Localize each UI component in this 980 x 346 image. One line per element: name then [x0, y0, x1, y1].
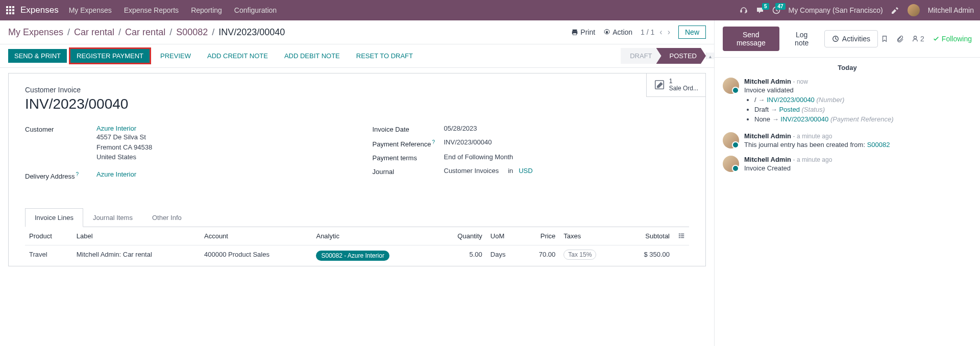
nav-right: 5 47 My Company (San Francisco) Mitchell… [740, 4, 974, 16]
tab-invoice-lines[interactable]: Invoice Lines [25, 208, 83, 227]
tools-icon[interactable] [891, 6, 899, 14]
customer-link[interactable]: Azure Interior [96, 125, 136, 132]
followers-count[interactable]: 2 [912, 35, 924, 43]
journal-label: Journal [373, 167, 444, 176]
status-posted[interactable]: POSTED [656, 48, 706, 64]
user-avatar[interactable] [908, 4, 920, 16]
breadcrumb-item[interactable]: Car rental [125, 27, 165, 38]
message-time: - a minute ago [793, 133, 832, 140]
col-account[interactable]: Account [200, 227, 312, 245]
add-credit-note-button[interactable]: ADD CREDIT NOTE [200, 49, 275, 63]
cell-subtotal: $ 350.00 [622, 245, 674, 266]
pager-prev-icon[interactable]: ‹ [659, 28, 662, 37]
activities-badge: 47 [775, 3, 785, 10]
message-time: - now [793, 78, 808, 85]
cell-uom: Days [486, 245, 522, 266]
status-draft[interactable]: DRAFT [621, 48, 661, 64]
messages-icon[interactable]: 5 [756, 6, 764, 14]
avatar[interactable] [723, 78, 739, 94]
form-tabs: Invoice Lines Journal Items Other Info [25, 208, 689, 227]
invoice-date-label: Invoice Date [373, 125, 444, 133]
svg-rect-10 [679, 235, 681, 236]
form-sheet: 1 Sale Ord... Customer Invoice INV/2023/… [8, 73, 706, 266]
col-label[interactable]: Label [72, 227, 200, 245]
print-button[interactable]: Print [571, 28, 595, 36]
message-text: Invoice validated [744, 86, 972, 94]
nav-expense-reports[interactable]: Expense Reports [124, 6, 179, 14]
preview-button[interactable]: PREVIEW [153, 49, 198, 63]
currency-link[interactable]: USD [519, 167, 532, 175]
activities-icon[interactable]: 47 [772, 6, 780, 14]
action-button[interactable]: Action [603, 28, 632, 36]
scrollbar-up-icon[interactable]: ▴ [706, 53, 714, 59]
customer-label: Customer [25, 125, 96, 133]
col-analytic[interactable]: Analytic [312, 227, 436, 245]
message-author[interactable]: Mitchell Admin [744, 78, 791, 85]
chatter-header: Send message Log note Activities 2 [715, 20, 980, 58]
journal-value: Customer Invoices [444, 167, 499, 175]
cell-account: 400000 Product Sales [200, 245, 312, 266]
add-debit-note-button[interactable]: ADD DEBIT NOTE [277, 49, 347, 63]
change-item: Draft → Posted (Status) [754, 106, 972, 113]
tax-tag[interactable]: Tax 15% [564, 250, 596, 260]
stat-label: Sale Ord... [669, 85, 698, 92]
delivery-address-label: Delivery Address? [25, 170, 96, 180]
col-taxes[interactable]: Taxes [559, 227, 622, 245]
breadcrumb-item[interactable]: Car rental [74, 27, 114, 38]
svg-rect-11 [681, 235, 684, 236]
addr-line: Fremont CA 94538 [96, 143, 152, 151]
tab-other-info[interactable]: Other Info [142, 208, 191, 227]
svg-point-15 [914, 36, 916, 39]
svg-rect-12 [679, 237, 681, 238]
stat-count: 1 [669, 78, 673, 85]
sale-order-stat-button[interactable]: 1 Sale Ord... [646, 73, 705, 97]
app-brand[interactable]: Expenses [20, 5, 59, 15]
payment-ref-label: Payment Reference? [373, 138, 444, 148]
messages-badge: 5 [762, 3, 769, 10]
table-options-icon[interactable] [678, 232, 685, 239]
bookmark-icon[interactable] [881, 35, 888, 42]
table-row[interactable]: Travel Mitchell Admin: Car rental 400000… [25, 245, 689, 266]
apps-icon[interactable] [6, 6, 14, 14]
col-product[interactable]: Product [25, 227, 72, 245]
tab-journal-items[interactable]: Journal Items [83, 208, 142, 227]
reset-to-draft-button[interactable]: RESET TO DRAFT [349, 49, 420, 63]
breadcrumb-item[interactable]: S00082 [176, 27, 208, 38]
svg-rect-3 [573, 30, 577, 32]
col-price[interactable]: Price [522, 227, 559, 245]
avatar[interactable] [723, 132, 739, 149]
log-note-button[interactable]: Log note [782, 27, 821, 51]
message-author[interactable]: Mitchell Admin [744, 156, 791, 163]
nav-my-expenses[interactable]: My Expenses [69, 6, 112, 14]
company-selector[interactable]: My Company (San Francisco) [789, 6, 883, 14]
col-uom[interactable]: UoM [486, 227, 522, 245]
send-message-button[interactable]: Send message [723, 27, 779, 51]
breadcrumb-item[interactable]: My Expenses [8, 27, 63, 38]
breadcrumb: My Expenses/ Car rental/ Car rental/ S00… [8, 27, 285, 38]
activities-button[interactable]: Activities [824, 30, 878, 47]
message-text: Invoice Created [744, 164, 972, 172]
nav-menu: My Expenses Expense Reports Reporting Co… [69, 6, 277, 14]
breadcrumb-current: INV/2023/00040 [218, 27, 285, 38]
user-name[interactable]: Mitchell Admin [928, 6, 974, 14]
avatar[interactable] [723, 156, 739, 172]
delivery-address-link[interactable]: Azure Interior [96, 170, 136, 178]
following-button[interactable]: Following [933, 35, 972, 43]
attachment-icon[interactable] [896, 35, 903, 42]
message-time: - a minute ago [793, 156, 832, 163]
send-print-button[interactable]: SEND & PRINT [8, 49, 67, 63]
svg-rect-0 [741, 10, 742, 12]
col-quantity[interactable]: Quantity [436, 227, 486, 245]
pager-next-icon[interactable]: › [668, 28, 670, 37]
new-button[interactable]: New [678, 26, 706, 39]
nav-reporting[interactable]: Reporting [191, 6, 222, 14]
svg-rect-1 [746, 10, 747, 12]
col-subtotal[interactable]: Subtotal [622, 227, 674, 245]
top-navbar: Expenses My Expenses Expense Reports Rep… [0, 0, 980, 20]
change-item: None → INV/2023/00040 (Payment Reference… [754, 115, 972, 123]
message-author[interactable]: Mitchell Admin [744, 132, 791, 140]
support-icon[interactable] [740, 6, 748, 14]
nav-configuration[interactable]: Configuration [234, 6, 277, 14]
register-payment-button[interactable]: REGISTER PAYMENT [70, 49, 150, 63]
analytic-tag[interactable]: S00082 - Azure Interior [316, 251, 389, 261]
